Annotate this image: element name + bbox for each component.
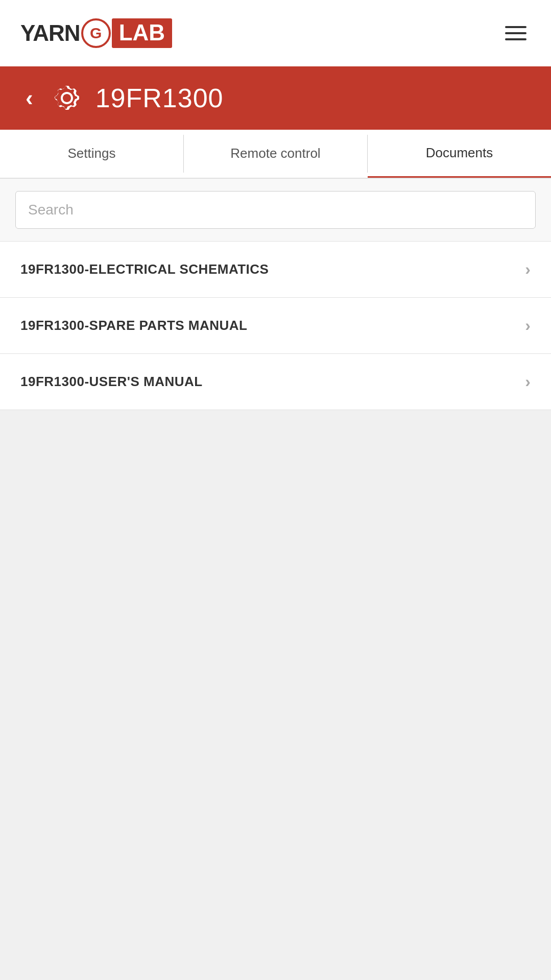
hamburger-menu-button[interactable]: [501, 22, 531, 44]
gear-icon: [51, 82, 83, 114]
back-button[interactable]: ‹: [20, 87, 38, 109]
hamburger-line-1: [505, 26, 526, 28]
logo-g-letter: G: [90, 26, 102, 41]
device-title: 19FR1300: [95, 83, 224, 113]
logo-lab-text: LAB: [112, 18, 172, 48]
chevron-right-icon: ›: [525, 260, 531, 279]
chevron-right-icon: ›: [525, 372, 531, 391]
list-item[interactable]: 19FR1300-SPARE PARTS MANUAL ›: [0, 298, 551, 354]
device-banner: ‹ 19FR1300: [0, 66, 551, 130]
logo-g-circle: G: [81, 18, 111, 48]
chevron-right-icon: ›: [525, 316, 531, 335]
tabs-nav: Settings Remote control Documents: [0, 130, 551, 179]
back-icon: ‹: [26, 85, 33, 110]
app-header: YARN G LAB: [0, 0, 551, 66]
tab-remote-control[interactable]: Remote control: [184, 130, 367, 178]
list-item[interactable]: 19FR1300-ELECTRICAL SCHEMATICS ›: [0, 242, 551, 298]
logo: YARN G LAB: [20, 18, 172, 48]
list-item[interactable]: 19FR1300-USER'S MANUAL ›: [0, 354, 551, 410]
tab-settings[interactable]: Settings: [0, 130, 183, 178]
document-title: 19FR1300-USER'S MANUAL: [20, 374, 203, 390]
hamburger-line-2: [505, 32, 526, 34]
document-list: 19FR1300-ELECTRICAL SCHEMATICS › 19FR130…: [0, 242, 551, 410]
search-container: [0, 179, 551, 242]
logo-yarn-text: YARN: [20, 20, 80, 46]
document-title: 19FR1300-SPARE PARTS MANUAL: [20, 318, 248, 333]
tab-documents[interactable]: Documents: [368, 130, 551, 178]
hamburger-line-3: [505, 38, 526, 40]
bottom-empty-area: [0, 410, 551, 716]
document-title: 19FR1300-ELECTRICAL SCHEMATICS: [20, 261, 269, 277]
search-input[interactable]: [15, 191, 536, 229]
